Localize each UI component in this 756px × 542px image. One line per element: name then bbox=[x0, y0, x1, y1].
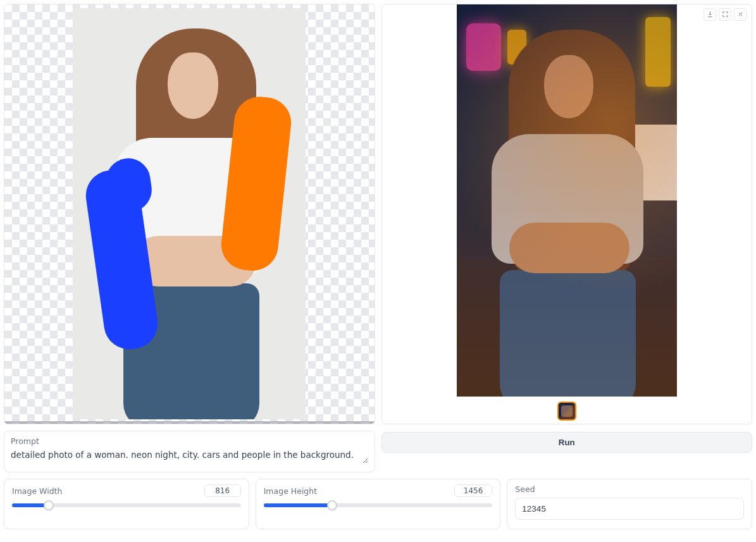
input-canvas[interactable] bbox=[4, 4, 375, 424]
download-icon bbox=[707, 9, 714, 20]
image-height-control: Image Height 1456 bbox=[256, 479, 501, 529]
prompt-input[interactable] bbox=[11, 450, 368, 464]
seed-label: Seed bbox=[515, 484, 744, 494]
image-width-value[interactable]: 816 bbox=[204, 484, 241, 497]
fullscreen-icon bbox=[722, 9, 729, 20]
neon-sign bbox=[466, 23, 501, 71]
neon-sign bbox=[645, 17, 671, 87]
image-width-control: Image Width 816 bbox=[4, 479, 249, 529]
output-toolbar bbox=[703, 8, 747, 21]
output-thumbnail[interactable] bbox=[557, 402, 576, 421]
close-icon bbox=[737, 9, 744, 20]
seed-control: Seed bbox=[507, 479, 752, 529]
download-button[interactable] bbox=[703, 8, 716, 21]
output-panel bbox=[381, 4, 753, 424]
fullscreen-button[interactable] bbox=[719, 8, 731, 21]
image-width-label: Image Width bbox=[12, 486, 62, 496]
image-height-value[interactable]: 1456 bbox=[454, 484, 493, 497]
prompt-field: Prompt bbox=[4, 431, 375, 472]
output-image[interactable] bbox=[457, 4, 677, 397]
image-height-label: Image Height bbox=[264, 486, 317, 496]
close-button[interactable] bbox=[734, 8, 747, 21]
seed-input[interactable] bbox=[515, 498, 744, 520]
prompt-label: Prompt bbox=[11, 436, 368, 446]
image-width-slider[interactable] bbox=[12, 503, 241, 507]
input-image[interactable] bbox=[73, 8, 306, 419]
image-height-slider[interactable] bbox=[264, 503, 493, 507]
run-button[interactable]: Run bbox=[381, 432, 753, 453]
